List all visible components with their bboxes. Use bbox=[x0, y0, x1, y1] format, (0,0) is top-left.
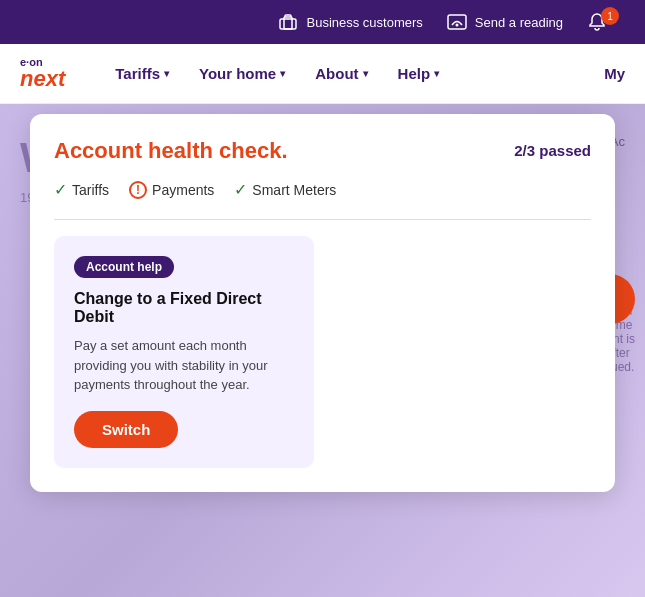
check-smart-meters-icon: ✓ bbox=[234, 180, 247, 199]
rec-title: Change to a Fixed Direct Debit bbox=[74, 290, 294, 326]
send-reading-link[interactable]: Send a reading bbox=[447, 12, 563, 32]
nav-about[interactable]: About ▾ bbox=[315, 65, 367, 82]
top-bar: Business customers Send a reading 1 bbox=[0, 0, 645, 44]
tariffs-label: Tariffs bbox=[115, 65, 160, 82]
card-divider bbox=[54, 219, 591, 220]
logo[interactable]: e·on next bbox=[20, 57, 65, 90]
nav-your-home[interactable]: Your home ▾ bbox=[199, 65, 285, 82]
your-home-chevron-icon: ▾ bbox=[280, 68, 285, 79]
help-chevron-icon: ▾ bbox=[434, 68, 439, 79]
rec-desc: Pay a set amount each month providing yo… bbox=[74, 336, 294, 395]
check-payments-icon: ! bbox=[129, 181, 147, 199]
tariffs-chevron-icon: ▾ bbox=[164, 68, 169, 79]
svg-rect-1 bbox=[280, 19, 296, 29]
send-reading-label: Send a reading bbox=[475, 15, 563, 30]
check-payments: ! Payments bbox=[129, 181, 214, 199]
card-checks: ✓ Tariffs ! Payments ✓ Smart Meters bbox=[54, 180, 591, 199]
card-header: Account health check. 2/3 passed bbox=[54, 138, 591, 164]
check-tariffs-icon: ✓ bbox=[54, 180, 67, 199]
about-chevron-icon: ▾ bbox=[363, 68, 368, 79]
page-background: We 192 G Ac t paym payme ment is s after… bbox=[0, 104, 645, 597]
business-customers-label: Business customers bbox=[306, 15, 422, 30]
briefcase-icon bbox=[278, 12, 298, 32]
check-smart-meters-label: Smart Meters bbox=[252, 182, 336, 198]
business-customers-link[interactable]: Business customers bbox=[278, 12, 422, 32]
check-smart-meters: ✓ Smart Meters bbox=[234, 180, 336, 199]
nav-my[interactable]: My bbox=[604, 65, 625, 82]
help-label: Help bbox=[398, 65, 431, 82]
check-tariffs-label: Tariffs bbox=[72, 182, 109, 198]
account-health-card: Account health check. 2/3 passed ✓ Tarif… bbox=[30, 114, 615, 492]
nav-bar: e·on next Tariffs ▾ Your home ▾ About ▾ … bbox=[0, 44, 645, 104]
svg-point-3 bbox=[455, 24, 458, 27]
card-passed: 2/3 passed bbox=[514, 142, 591, 159]
check-tariffs: ✓ Tariffs bbox=[54, 180, 109, 199]
rec-badge: Account help bbox=[74, 256, 174, 278]
notification-bell[interactable]: 1 bbox=[587, 12, 625, 32]
my-label: My bbox=[604, 65, 625, 82]
nav-help[interactable]: Help ▾ bbox=[398, 65, 440, 82]
recommendation-card: Account help Change to a Fixed Direct De… bbox=[54, 236, 314, 468]
your-home-label: Your home bbox=[199, 65, 276, 82]
nav-tariffs[interactable]: Tariffs ▾ bbox=[115, 65, 169, 82]
notification-count: 1 bbox=[601, 7, 619, 25]
check-payments-label: Payments bbox=[152, 182, 214, 198]
logo-next: next bbox=[20, 68, 65, 90]
card-title: Account health check. bbox=[54, 138, 288, 164]
about-label: About bbox=[315, 65, 358, 82]
meter-icon bbox=[447, 12, 467, 32]
switch-button[interactable]: Switch bbox=[74, 411, 178, 448]
